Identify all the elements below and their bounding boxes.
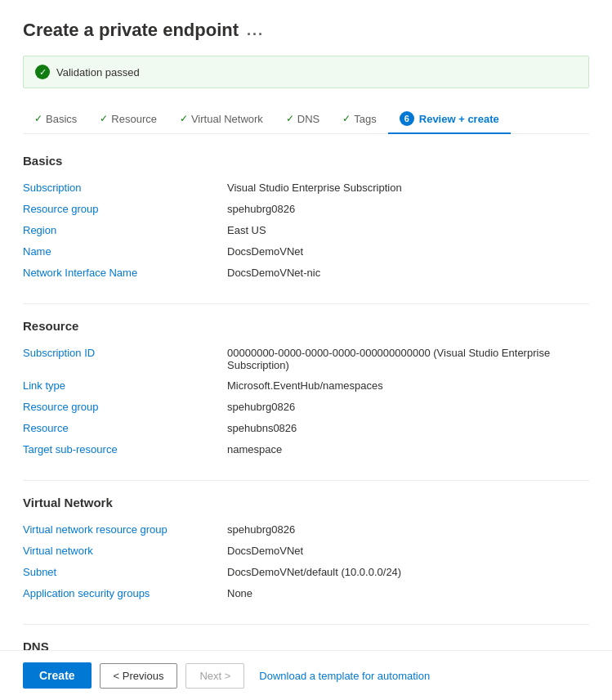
field-label-link-type: Link type [23, 379, 227, 392]
field-value-subnet: DocsDemoVNet/default (10.0.0.0/24) [227, 566, 589, 578]
field-vnet-rg: Virtual network resource group spehubrg0… [23, 519, 589, 541]
check-icon-basics: ✓ [34, 113, 42, 124]
tab-resource-label: Resource [111, 113, 157, 125]
field-resource-group-2: Resource group spehubrg0826 [23, 397, 589, 418]
content-area: Basics Subscription Visual Studio Enterp… [23, 154, 589, 700]
field-resource: Resource spehubns0826 [23, 418, 589, 439]
field-label-subnet: Subnet [23, 566, 227, 578]
field-target-sub-resource: Target sub-resource namespace [23, 439, 589, 460]
field-value-nic-name: DocsDemoVNet-nic [227, 267, 589, 279]
field-label-subscription-id: Subscription ID [23, 347, 227, 359]
field-subscription-id: Subscription ID 00000000-0000-0000-0000-… [23, 343, 589, 375]
next-button[interactable]: Next > [185, 663, 244, 689]
field-label-asg: Application security groups [23, 587, 227, 599]
field-label-region: Region [23, 224, 227, 236]
field-subscription: Subscription Visual Studio Enterprise Su… [23, 177, 589, 199]
field-label-resource: Resource [23, 422, 227, 434]
tab-virtual-network[interactable]: ✓ Virtual Network [168, 106, 275, 133]
field-link-type: Link type Microsoft.EventHub/namespaces [23, 375, 589, 397]
field-value-asg: None [227, 587, 589, 599]
field-value-resource: spehubns0826 [227, 422, 589, 434]
tab-resource[interactable]: ✓ Resource [88, 106, 168, 133]
tab-badge-review: 6 [400, 111, 414, 126]
section-resource: Resource Subscription ID 00000000-0000-0… [23, 319, 589, 460]
field-region: Region East US [23, 220, 589, 241]
check-icon-dns: ✓ [286, 113, 294, 124]
check-icon-tags: ✓ [342, 113, 351, 124]
field-label-resource-group: Resource group [23, 203, 227, 215]
tab-virtual-network-label: Virtual Network [191, 113, 263, 125]
section-virtual-network-title: Virtual Network [23, 496, 589, 509]
field-vnet: Virtual network DocsDemoVNet [23, 541, 589, 562]
validation-text: Validation passed [56, 66, 140, 79]
field-label-nic-name: Network Interface Name [23, 267, 227, 279]
field-label-vnet: Virtual network [23, 545, 227, 557]
tab-basics[interactable]: ✓ Basics [23, 106, 88, 133]
field-value-name: DocsDemoVNet [227, 245, 589, 258]
field-value-vnet-rg: spehubrg0826 [227, 523, 589, 536]
field-label-resource-group-2: Resource group [23, 401, 227, 413]
validation-banner: ✓ Validation passed [23, 56, 589, 88]
create-button[interactable]: Create [23, 662, 92, 689]
field-name: Name DocsDemoVNet [23, 241, 589, 262]
validation-check-icon: ✓ [35, 65, 50, 79]
field-nic-name: Network Interface Name DocsDemoVNet-nic [23, 262, 589, 284]
tab-review-create-label: Review + create [419, 113, 499, 125]
section-basics-title: Basics [23, 154, 589, 168]
divider-1 [23, 303, 589, 304]
field-value-subscription: Visual Studio Enterprise Subscription [227, 182, 589, 194]
download-template-link[interactable]: Download a template for automation [259, 670, 430, 682]
field-value-region: East US [227, 224, 589, 236]
field-value-vnet: DocsDemoVNet [227, 545, 589, 557]
section-basics: Basics Subscription Visual Studio Enterp… [23, 154, 589, 284]
field-label-vnet-rg: Virtual network resource group [23, 523, 227, 536]
section-resource-title: Resource [23, 319, 589, 333]
tab-review-create[interactable]: 6 Review + create [388, 105, 511, 134]
field-value-target-sub-resource: namespace [227, 443, 589, 455]
field-label-subscription: Subscription [23, 182, 227, 194]
page-title-text: Create a private endpoint [23, 20, 239, 41]
field-resource-group: Resource group spehubrg0826 [23, 199, 589, 220]
previous-button[interactable]: < Previous [100, 663, 178, 689]
tabs-row: ✓ Basics ✓ Resource ✓ Virtual Network ✓ … [23, 105, 589, 134]
field-asg: Application security groups None [23, 583, 589, 604]
divider-3 [23, 624, 589, 625]
check-icon-virtual-network: ✓ [180, 113, 188, 124]
page-title-dots: ... [247, 22, 264, 39]
divider-2 [23, 480, 589, 481]
field-value-resource-group-2: spehubrg0826 [227, 401, 589, 413]
tab-dns-label: DNS [297, 113, 319, 125]
tab-tags-label: Tags [354, 113, 376, 125]
check-icon-resource: ✓ [100, 113, 108, 124]
section-virtual-network: Virtual Network Virtual network resource… [23, 496, 589, 604]
tab-tags[interactable]: ✓ Tags [331, 106, 387, 133]
field-value-subscription-id: 00000000-0000-0000-0000-000000000000 (Vi… [227, 347, 589, 371]
field-subnet: Subnet DocsDemoVNet/default (10.0.0.0/24… [23, 562, 589, 583]
field-label-name: Name [23, 245, 227, 258]
field-label-target-sub-resource: Target sub-resource [23, 443, 227, 455]
tab-dns[interactable]: ✓ DNS [275, 106, 331, 133]
tab-basics-label: Basics [46, 113, 77, 125]
field-value-resource-group: spehubrg0826 [227, 203, 589, 215]
page-title: Create a private endpoint ... [23, 20, 589, 41]
field-value-link-type: Microsoft.EventHub/namespaces [227, 379, 589, 392]
footer: Create < Previous Next > Download a temp… [0, 650, 612, 700]
